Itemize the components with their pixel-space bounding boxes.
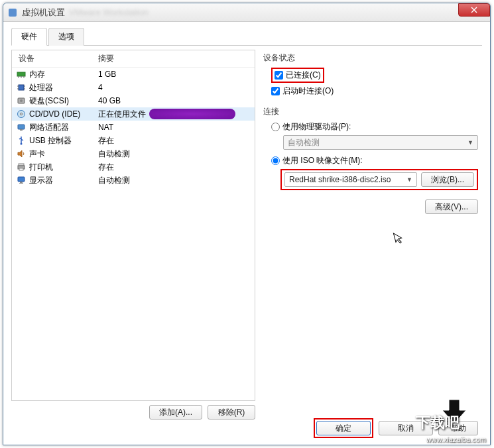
device-name: 网络适配器 [29,122,98,133]
title-extra: VMware Workstation [69,7,149,17]
ok-button[interactable]: 确定 [316,421,371,435]
device-row[interactable]: USB 控制器存在 [12,134,255,147]
svg-point-15 [21,113,23,115]
device-row[interactable]: CD/DVD (IDE)正在使用文件 [12,107,255,121]
svg-rect-0 [9,9,17,17]
device-row[interactable]: 打印机存在 [12,160,255,174]
device-summary: 40 GB [98,96,255,105]
advanced-row: 高级(V)... [263,199,478,214]
connection-group: 连接 使用物理驱动器(P): 自动检测 ▼ 使用 ISO 映像文件(M): [263,106,478,190]
cpu-icon [16,82,27,93]
connect-at-power-checkbox[interactable] [271,87,280,95]
add-button[interactable]: 添加(A)... [149,405,202,420]
svg-rect-22 [18,177,25,182]
printer-icon [16,162,27,172]
svg-rect-5 [21,76,22,78]
device-name: CD/DVD (IDE) [29,109,98,119]
usb-icon [16,135,27,146]
device-name: 处理器 [29,82,98,93]
window-title: 虚拟机设置 [22,7,65,19]
device-name: 打印机 [29,162,98,173]
device-name: 硬盘(SCSI) [29,95,98,107]
device-summary: 自动检测 [98,175,255,186]
left-column: 设备 摘要 内存1 GB处理器4硬盘(SCSI)40 GBCD/DVD (IDE… [11,50,255,420]
svg-point-18 [21,143,23,145]
connected-label: 已连接(C) [286,70,321,81]
physical-drive-combo: 自动检测 ▼ [283,135,478,150]
device-name: 声卡 [29,148,98,160]
device-row[interactable]: 内存1 GB [12,68,255,81]
chevron-down-icon[interactable]: ▼ [406,176,412,183]
close-icon [471,7,477,13]
device-summary: 自动检测 [98,148,255,160]
device-summary: 存在 [98,162,255,173]
svg-rect-21 [19,168,23,170]
cd-icon [16,109,27,119]
cancel-button[interactable]: 取消 [379,421,433,435]
iso-row-highlight: RedHat shrike-i386-disc2.iso ▼ 浏览(B)... [280,169,478,190]
disk-icon [16,95,27,106]
device-summary: 1 GB [98,70,255,79]
use-physical-label: 使用物理驱动器(P): [282,121,351,133]
device-list-header: 设备 摘要 [12,50,255,68]
svg-rect-16 [18,125,25,129]
connected-highlight: 已连接(C) [271,68,324,83]
memory-icon [16,69,27,80]
svg-rect-24 [19,183,23,184]
tab-options[interactable]: 选项 [48,28,84,46]
ok-highlight: 确定 [314,418,373,438]
svg-rect-7 [19,85,24,90]
device-list[interactable]: 设备 摘要 内存1 GB处理器4硬盘(SCSI)40 GBCD/DVD (IDE… [11,50,255,401]
status-group-title: 设备状态 [263,52,478,64]
device-buttons: 添加(A)... 移除(R) [11,405,255,420]
close-button[interactable] [458,3,490,17]
status-group: 设备状态 已连接(C) 启动时连接(O) [263,52,478,97]
dialog-window: 虚拟机设置 VMware Workstation 硬件 选项 设备 摘要 内存1… [3,3,491,445]
advanced-button[interactable]: 高级(V)... [425,199,478,214]
chevron-down-icon: ▼ [467,139,473,146]
svg-rect-6 [23,76,25,78]
device-summary: 4 [98,83,255,92]
iso-file-value: RedHat shrike-i386-disc2.iso [289,175,391,184]
device-summary: 存在 [98,135,255,146]
redacted-path [149,109,235,119]
device-row[interactable]: 硬盘(SCSI)40 GB [12,94,255,107]
device-name: 内存 [29,69,98,80]
connection-group-title: 连接 [263,106,478,117]
header-device[interactable]: 设备 [12,53,98,64]
use-iso-radio[interactable] [271,156,280,165]
help-button[interactable]: 帮助 [438,421,478,435]
browse-button[interactable]: 浏览(B)... [421,172,474,187]
display-icon [16,175,27,186]
remove-button[interactable]: 移除(R) [208,405,255,420]
titlebar[interactable]: 虚拟机设置 VMware Workstation [3,3,490,22]
svg-rect-4 [18,76,19,78]
device-row[interactable]: 声卡自动检测 [12,147,255,160]
physical-drive-value: 自动检测 [288,137,320,148]
device-name: 显示器 [29,175,98,186]
iso-file-combo[interactable]: RedHat shrike-i386-disc2.iso ▼ [284,172,417,187]
device-summary: 正在使用文件 [98,109,255,120]
network-icon [16,122,27,133]
tab-hardware[interactable]: 硬件 [11,28,47,46]
sound-icon [16,148,27,159]
device-row[interactable]: 显示器自动检测 [12,174,255,187]
svg-point-13 [20,99,23,102]
connect-at-power-label: 启动时连接(O) [282,85,334,97]
device-row[interactable]: 网络适配器NAT [12,121,255,134]
device-name: USB 控制器 [29,135,98,146]
svg-rect-3 [17,72,25,76]
header-summary[interactable]: 摘要 [98,53,255,64]
device-summary: NAT [98,123,255,132]
svg-rect-17 [20,129,23,131]
tab-content: 设备 摘要 内存1 GB处理器4硬盘(SCSI)40 GBCD/DVD (IDE… [11,46,482,420]
dialog-footer: 确定 取消 帮助 [314,418,478,438]
right-column: 设备状态 已连接(C) 启动时连接(O) [263,50,482,420]
svg-rect-23 [20,182,23,183]
dialog-body: 硬件 选项 设备 摘要 内存1 GB处理器4硬盘(SCSI)40 GBCD/DV… [3,22,490,427]
tabstrip: 硬件 选项 [11,27,482,46]
app-icon [7,7,18,18]
use-physical-radio[interactable] [271,123,280,131]
device-row[interactable]: 处理器4 [12,81,255,94]
connected-checkbox[interactable] [275,71,283,80]
